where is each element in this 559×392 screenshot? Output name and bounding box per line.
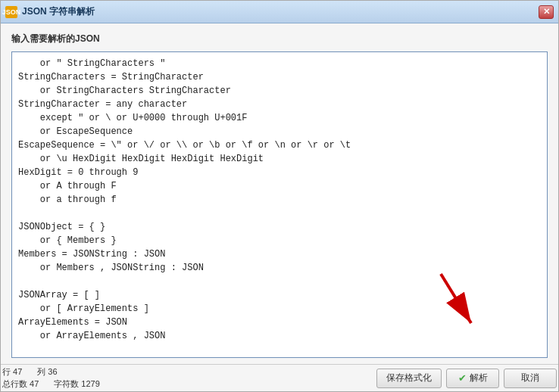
title-bar-left: JSON JSON 字符串解析 [5, 5, 95, 18]
parse-button[interactable]: ✔ 解析 [446, 369, 499, 388]
status-row-2: 总行数 47 字符数 1279 [2, 378, 376, 390]
parse-label: 解析 [470, 372, 488, 384]
action-buttons: 保存格式化 ✔ 解析 取消 [376, 369, 557, 388]
title-bar: JSON JSON 字符串解析 ✕ [1, 1, 558, 23]
json-input-area[interactable]: or " StringCharacters " StringCharacters… [11, 51, 548, 358]
app-icon: JSON [5, 6, 17, 18]
text-scroll-area[interactable]: or " StringCharacters " StringCharacters… [12, 52, 547, 357]
window-title: JSON 字符串解析 [22, 5, 95, 18]
char-count-status: 字符数 1279 [54, 378, 100, 390]
close-button[interactable]: ✕ [539, 5, 554, 19]
status-row-1: 行 47 列 36 [2, 366, 376, 378]
status-bar: 行 47 列 36 总行数 47 字符数 1279 保存格式化 ✔ 解析 取消 [1, 364, 558, 391]
row-status: 行 47 [2, 366, 22, 378]
format-button[interactable]: 保存格式化 [376, 369, 442, 388]
col-status: 列 36 [37, 366, 57, 378]
check-icon: ✔ [458, 372, 467, 384]
input-label: 输入需要解析的JSON [11, 33, 548, 45]
json-content: or " StringCharacters " StringCharacters… [18, 57, 541, 343]
cancel-button[interactable]: 取消 [504, 369, 557, 388]
status-info: 行 47 列 36 总行数 47 字符数 1279 [2, 366, 376, 390]
main-window: JSON JSON 字符串解析 ✕ 输入需要解析的JSON or " Strin… [0, 0, 559, 392]
total-rows-status: 总行数 47 [2, 378, 39, 390]
window-content: 输入需要解析的JSON or " StringCharacters " Stri… [1, 23, 558, 364]
